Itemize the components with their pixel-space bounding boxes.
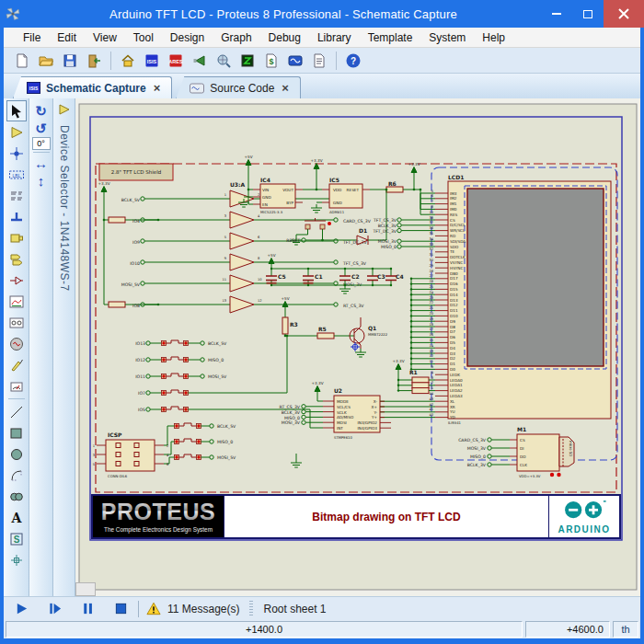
- help-button[interactable]: ?: [342, 50, 364, 72]
- device-pins-icon[interactable]: [6, 270, 27, 291]
- 2d-marker-icon[interactable]: [6, 549, 27, 570]
- svg-text:VOUT: VOUT: [282, 188, 293, 192]
- help-icon: ?: [345, 52, 362, 69]
- svg-text:+3.3V: +3.3V: [392, 359, 404, 363]
- flip-vertical-icon[interactable]: ↕: [38, 172, 45, 190]
- voltage-probe-icon[interactable]: [6, 354, 27, 375]
- buses-icon[interactable]: [6, 206, 27, 227]
- 2d-line-icon[interactable]: [6, 401, 27, 422]
- svg-text:DO: DO: [520, 454, 526, 459]
- 2d-box-icon[interactable]: [6, 422, 27, 443]
- new-file-button[interactable]: [11, 50, 33, 72]
- generator-icon[interactable]: [6, 333, 27, 354]
- proteus-logo-subtitle: The Complete Electronics Design System: [104, 526, 213, 534]
- 3d-viewer-button[interactable]: [236, 50, 259, 72]
- menu-library[interactable]: Library: [309, 29, 360, 46]
- svg-text:A: A: [10, 511, 22, 525]
- wire-label-icon[interactable]: LBL: [6, 164, 27, 185]
- rotation-angle-input[interactable]: [32, 137, 51, 150]
- design-explorer-button[interactable]: [284, 50, 306, 72]
- flip-horizontal-icon[interactable]: ↔: [34, 155, 48, 172]
- current-probe-icon[interactable]: [6, 375, 27, 397]
- prev-view-button[interactable]: [189, 50, 211, 72]
- svg-text:GND: GND: [262, 195, 271, 200]
- message-log[interactable]: 11 Message(s): [139, 599, 247, 619]
- menu-file[interactable]: File: [15, 29, 49, 46]
- menu-view[interactable]: View: [85, 29, 125, 46]
- new-report-button[interactable]: [308, 50, 330, 72]
- import-button[interactable]: [83, 50, 105, 72]
- maximize-button[interactable]: [572, 3, 604, 25]
- 2d-arc-icon[interactable]: [6, 465, 27, 486]
- svg-text:Y-: Y-: [373, 410, 377, 415]
- menu-tool[interactable]: Tool: [125, 29, 162, 46]
- toolbar-separator: [110, 52, 111, 70]
- menu-graph[interactable]: Graph: [213, 29, 259, 46]
- svg-text:22: 22: [429, 301, 433, 305]
- find-button[interactable]: [213, 50, 235, 72]
- pause-button[interactable]: [77, 601, 98, 617]
- 2d-circle-icon[interactable]: [6, 443, 27, 465]
- svg-text:20: 20: [429, 312, 433, 316]
- svg-text:LEDA3: LEDA3: [450, 394, 463, 398]
- isis-schematic-button[interactable]: ISIS: [141, 50, 163, 72]
- terminals-icon[interactable]: [6, 248, 27, 270]
- rotate-clockwise-icon[interactable]: ↻: [35, 102, 47, 120]
- 2d-text-icon[interactable]: A: [6, 507, 27, 528]
- orientation-toolbar: ↻ ↺ ↔ ↕: [29, 98, 53, 596]
- menu-template[interactable]: Template: [360, 29, 421, 46]
- svg-text:23: 23: [429, 296, 433, 300]
- text-script-icon[interactable]: [6, 185, 27, 206]
- tab-close-icon[interactable]: ×: [280, 81, 291, 95]
- junction-dot-icon[interactable]: [6, 143, 27, 164]
- bill-of-materials-button[interactable]: $: [260, 50, 282, 72]
- tab-source-code[interactable]: Source Code ×: [176, 76, 301, 98]
- svg-text:VDD: VDD: [333, 188, 341, 192]
- open-button[interactable]: [35, 50, 57, 72]
- new-file-icon: [14, 52, 30, 69]
- svg-text:12: 12: [258, 299, 262, 303]
- ares-pcb-button[interactable]: ARES: [165, 50, 187, 72]
- device-selector-panel[interactable]: Device Selector - 1N4148WS-7: [53, 98, 75, 596]
- svg-text:42: 42: [429, 403, 433, 407]
- stop-button[interactable]: [110, 601, 131, 617]
- selection-pointer-icon[interactable]: [6, 100, 27, 121]
- schematic-canvas[interactable]: 2.8" TFT LCD Shield U3:A +3.3V: [75, 98, 640, 596]
- close-icon: [618, 8, 629, 19]
- svg-text:ARES: ARES: [168, 58, 183, 63]
- tab-schematic-capture[interactable]: ISIS Schematic Capture ×: [13, 76, 172, 98]
- isis-tab-icon: ISIS: [27, 82, 40, 94]
- save-button[interactable]: [59, 50, 81, 72]
- x-coordinate: +1400.0: [6, 621, 523, 638]
- svg-text:IN3/GPIO2: IN3/GPIO2: [358, 420, 378, 425]
- menu-system[interactable]: System: [420, 29, 474, 46]
- play-button[interactable]: [11, 601, 31, 617]
- title-block-banner[interactable]: PROTEUS The Complete Electronics Design …: [91, 494, 621, 539]
- component-mode-icon[interactable]: [6, 121, 27, 143]
- menu-help[interactable]: Help: [474, 29, 513, 46]
- minimize-button[interactable]: [541, 3, 572, 25]
- close-button[interactable]: [604, 0, 644, 28]
- svg-text:VIN: VIN: [262, 188, 269, 192]
- rotate-anticlockwise-icon[interactable]: ↺: [35, 120, 47, 137]
- svg-text:LBL: LBL: [12, 172, 20, 178]
- svg-text:SCL/CS: SCL/CS: [337, 405, 351, 409]
- app-icon[interactable]: [0, 6, 26, 21]
- 2d-symbol-icon[interactable]: S: [6, 528, 27, 549]
- 2d-path-icon[interactable]: [6, 486, 27, 507]
- tab-close-icon[interactable]: ×: [152, 81, 163, 95]
- step-button[interactable]: [44, 601, 64, 617]
- proteus-logo-text: PROTEUS: [101, 499, 215, 524]
- menu-debug[interactable]: Debug: [260, 29, 309, 46]
- svg-text:SDI/SDA: SDI/SDA: [450, 239, 466, 244]
- home-button[interactable]: [117, 50, 139, 72]
- sheet-note[interactable]: 2.8" TFT LCD Shield: [99, 164, 173, 180]
- tape-recorder-icon[interactable]: [6, 312, 27, 333]
- sheet-selector[interactable]: Root sheet 1: [256, 599, 333, 619]
- menu-design[interactable]: Design: [162, 29, 213, 46]
- svg-text:38: 38: [429, 216, 433, 220]
- subcircuit-icon[interactable]: [6, 227, 27, 248]
- graph-mode-icon[interactable]: [6, 291, 27, 312]
- menu-edit[interactable]: Edit: [49, 29, 85, 46]
- svg-text:X+: X+: [372, 405, 378, 409]
